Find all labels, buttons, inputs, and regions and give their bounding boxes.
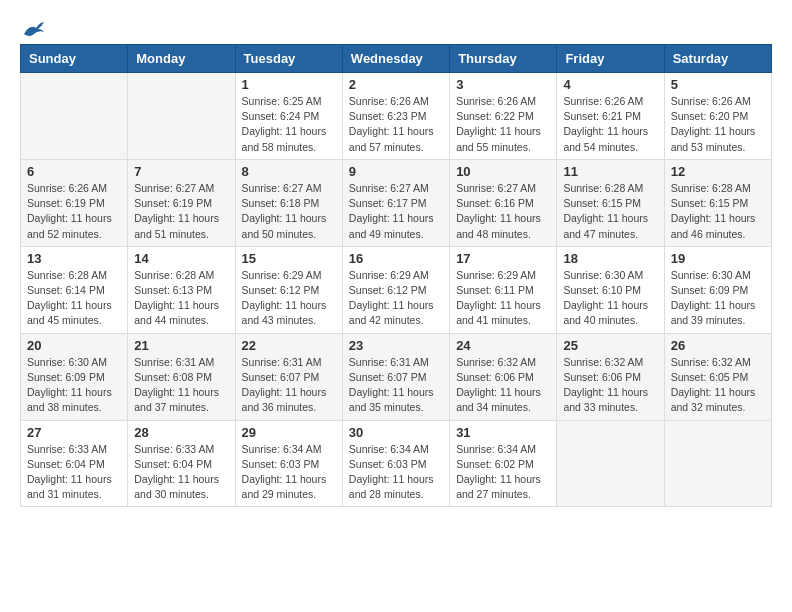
day-number: 21 xyxy=(134,338,228,353)
day-info: Sunrise: 6:25 AM Sunset: 6:24 PM Dayligh… xyxy=(242,94,336,155)
day-info: Sunrise: 6:26 AM Sunset: 6:23 PM Dayligh… xyxy=(349,94,443,155)
calendar-cell xyxy=(557,420,664,507)
calendar-cell: 17Sunrise: 6:29 AM Sunset: 6:11 PM Dayli… xyxy=(450,246,557,333)
calendar-cell: 31Sunrise: 6:34 AM Sunset: 6:02 PM Dayli… xyxy=(450,420,557,507)
calendar-cell: 15Sunrise: 6:29 AM Sunset: 6:12 PM Dayli… xyxy=(235,246,342,333)
day-info: Sunrise: 6:30 AM Sunset: 6:09 PM Dayligh… xyxy=(671,268,765,329)
day-number: 13 xyxy=(27,251,121,266)
calendar-cell: 28Sunrise: 6:33 AM Sunset: 6:04 PM Dayli… xyxy=(128,420,235,507)
calendar-cell: 7Sunrise: 6:27 AM Sunset: 6:19 PM Daylig… xyxy=(128,159,235,246)
calendar-table: SundayMondayTuesdayWednesdayThursdayFrid… xyxy=(20,44,772,507)
logo xyxy=(20,20,46,34)
day-info: Sunrise: 6:28 AM Sunset: 6:15 PM Dayligh… xyxy=(671,181,765,242)
calendar-header-row: SundayMondayTuesdayWednesdayThursdayFrid… xyxy=(21,45,772,73)
day-number: 23 xyxy=(349,338,443,353)
calendar-header-tuesday: Tuesday xyxy=(235,45,342,73)
day-info: Sunrise: 6:27 AM Sunset: 6:17 PM Dayligh… xyxy=(349,181,443,242)
day-number: 8 xyxy=(242,164,336,179)
day-number: 5 xyxy=(671,77,765,92)
day-number: 22 xyxy=(242,338,336,353)
calendar-cell: 18Sunrise: 6:30 AM Sunset: 6:10 PM Dayli… xyxy=(557,246,664,333)
day-number: 2 xyxy=(349,77,443,92)
day-info: Sunrise: 6:31 AM Sunset: 6:07 PM Dayligh… xyxy=(349,355,443,416)
calendar-cell: 5Sunrise: 6:26 AM Sunset: 6:20 PM Daylig… xyxy=(664,73,771,160)
calendar-cell: 10Sunrise: 6:27 AM Sunset: 6:16 PM Dayli… xyxy=(450,159,557,246)
day-number: 27 xyxy=(27,425,121,440)
calendar-cell xyxy=(664,420,771,507)
day-info: Sunrise: 6:31 AM Sunset: 6:07 PM Dayligh… xyxy=(242,355,336,416)
day-number: 30 xyxy=(349,425,443,440)
calendar-cell: 6Sunrise: 6:26 AM Sunset: 6:19 PM Daylig… xyxy=(21,159,128,246)
calendar-header-saturday: Saturday xyxy=(664,45,771,73)
calendar-cell xyxy=(21,73,128,160)
day-info: Sunrise: 6:30 AM Sunset: 6:10 PM Dayligh… xyxy=(563,268,657,329)
calendar-week-1: 1Sunrise: 6:25 AM Sunset: 6:24 PM Daylig… xyxy=(21,73,772,160)
calendar-cell: 19Sunrise: 6:30 AM Sunset: 6:09 PM Dayli… xyxy=(664,246,771,333)
day-number: 31 xyxy=(456,425,550,440)
day-number: 14 xyxy=(134,251,228,266)
calendar-week-3: 13Sunrise: 6:28 AM Sunset: 6:14 PM Dayli… xyxy=(21,246,772,333)
calendar-cell: 30Sunrise: 6:34 AM Sunset: 6:03 PM Dayli… xyxy=(342,420,449,507)
calendar-cell: 27Sunrise: 6:33 AM Sunset: 6:04 PM Dayli… xyxy=(21,420,128,507)
calendar-header-thursday: Thursday xyxy=(450,45,557,73)
day-info: Sunrise: 6:26 AM Sunset: 6:22 PM Dayligh… xyxy=(456,94,550,155)
calendar-cell: 21Sunrise: 6:31 AM Sunset: 6:08 PM Dayli… xyxy=(128,333,235,420)
day-number: 26 xyxy=(671,338,765,353)
calendar-cell: 13Sunrise: 6:28 AM Sunset: 6:14 PM Dayli… xyxy=(21,246,128,333)
calendar-cell: 23Sunrise: 6:31 AM Sunset: 6:07 PM Dayli… xyxy=(342,333,449,420)
day-number: 7 xyxy=(134,164,228,179)
day-info: Sunrise: 6:32 AM Sunset: 6:06 PM Dayligh… xyxy=(456,355,550,416)
day-number: 9 xyxy=(349,164,443,179)
day-info: Sunrise: 6:34 AM Sunset: 6:03 PM Dayligh… xyxy=(349,442,443,503)
day-info: Sunrise: 6:31 AM Sunset: 6:08 PM Dayligh… xyxy=(134,355,228,416)
day-info: Sunrise: 6:32 AM Sunset: 6:05 PM Dayligh… xyxy=(671,355,765,416)
calendar-cell: 2Sunrise: 6:26 AM Sunset: 6:23 PM Daylig… xyxy=(342,73,449,160)
calendar-cell: 8Sunrise: 6:27 AM Sunset: 6:18 PM Daylig… xyxy=(235,159,342,246)
calendar-cell: 14Sunrise: 6:28 AM Sunset: 6:13 PM Dayli… xyxy=(128,246,235,333)
day-number: 17 xyxy=(456,251,550,266)
calendar-week-4: 20Sunrise: 6:30 AM Sunset: 6:09 PM Dayli… xyxy=(21,333,772,420)
day-number: 6 xyxy=(27,164,121,179)
calendar-cell: 9Sunrise: 6:27 AM Sunset: 6:17 PM Daylig… xyxy=(342,159,449,246)
day-number: 15 xyxy=(242,251,336,266)
day-info: Sunrise: 6:28 AM Sunset: 6:15 PM Dayligh… xyxy=(563,181,657,242)
calendar-header-friday: Friday xyxy=(557,45,664,73)
day-number: 25 xyxy=(563,338,657,353)
day-info: Sunrise: 6:29 AM Sunset: 6:12 PM Dayligh… xyxy=(349,268,443,329)
day-number: 10 xyxy=(456,164,550,179)
calendar-cell: 1Sunrise: 6:25 AM Sunset: 6:24 PM Daylig… xyxy=(235,73,342,160)
calendar-cell xyxy=(128,73,235,160)
day-number: 20 xyxy=(27,338,121,353)
page-header xyxy=(20,20,772,34)
day-number: 3 xyxy=(456,77,550,92)
day-number: 28 xyxy=(134,425,228,440)
calendar-header-sunday: Sunday xyxy=(21,45,128,73)
day-info: Sunrise: 6:30 AM Sunset: 6:09 PM Dayligh… xyxy=(27,355,121,416)
calendar-week-5: 27Sunrise: 6:33 AM Sunset: 6:04 PM Dayli… xyxy=(21,420,772,507)
day-number: 29 xyxy=(242,425,336,440)
day-info: Sunrise: 6:29 AM Sunset: 6:11 PM Dayligh… xyxy=(456,268,550,329)
calendar-cell: 24Sunrise: 6:32 AM Sunset: 6:06 PM Dayli… xyxy=(450,333,557,420)
calendar-cell: 12Sunrise: 6:28 AM Sunset: 6:15 PM Dayli… xyxy=(664,159,771,246)
day-number: 11 xyxy=(563,164,657,179)
day-info: Sunrise: 6:28 AM Sunset: 6:13 PM Dayligh… xyxy=(134,268,228,329)
day-number: 24 xyxy=(456,338,550,353)
day-number: 18 xyxy=(563,251,657,266)
day-info: Sunrise: 6:29 AM Sunset: 6:12 PM Dayligh… xyxy=(242,268,336,329)
day-info: Sunrise: 6:32 AM Sunset: 6:06 PM Dayligh… xyxy=(563,355,657,416)
day-info: Sunrise: 6:33 AM Sunset: 6:04 PM Dayligh… xyxy=(27,442,121,503)
day-info: Sunrise: 6:27 AM Sunset: 6:16 PM Dayligh… xyxy=(456,181,550,242)
logo-bird-icon xyxy=(22,20,44,38)
day-info: Sunrise: 6:27 AM Sunset: 6:18 PM Dayligh… xyxy=(242,181,336,242)
day-info: Sunrise: 6:28 AM Sunset: 6:14 PM Dayligh… xyxy=(27,268,121,329)
calendar-cell: 3Sunrise: 6:26 AM Sunset: 6:22 PM Daylig… xyxy=(450,73,557,160)
day-number: 16 xyxy=(349,251,443,266)
day-number: 1 xyxy=(242,77,336,92)
calendar-cell: 16Sunrise: 6:29 AM Sunset: 6:12 PM Dayli… xyxy=(342,246,449,333)
calendar-cell: 25Sunrise: 6:32 AM Sunset: 6:06 PM Dayli… xyxy=(557,333,664,420)
calendar-cell: 26Sunrise: 6:32 AM Sunset: 6:05 PM Dayli… xyxy=(664,333,771,420)
day-info: Sunrise: 6:34 AM Sunset: 6:02 PM Dayligh… xyxy=(456,442,550,503)
day-info: Sunrise: 6:27 AM Sunset: 6:19 PM Dayligh… xyxy=(134,181,228,242)
calendar-cell: 11Sunrise: 6:28 AM Sunset: 6:15 PM Dayli… xyxy=(557,159,664,246)
day-number: 19 xyxy=(671,251,765,266)
